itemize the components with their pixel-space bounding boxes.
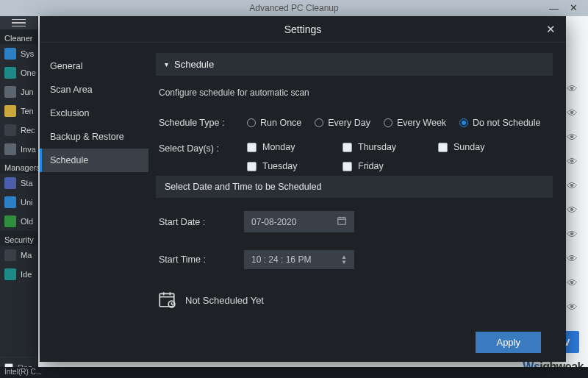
schedule-type-row: Schedule Type : Run Once Every Day Every…	[156, 113, 553, 133]
sidebar-item-old[interactable]: Old	[0, 212, 37, 231]
eye-icon[interactable]: 👁	[567, 252, 578, 265]
dialog-title: Settings	[284, 24, 322, 35]
day-thursday[interactable]: Thursday	[343, 142, 438, 152]
eye-icon[interactable]: 👁	[567, 82, 578, 95]
nav-item-backup-restore[interactable]: Backup & Restore	[40, 125, 148, 149]
eye-icon[interactable]: 👁	[567, 107, 578, 119]
dialog-header: Settings ✕	[40, 16, 566, 43]
start-time-field[interactable]: 10 : 24 : 16 PM ▲▼	[244, 250, 354, 269]
day-monday[interactable]: Monday	[247, 142, 343, 152]
radio-icon	[315, 118, 323, 127]
sidebar-category-security: Security	[0, 231, 37, 246]
eye-icon[interactable]: 👁	[567, 301, 578, 313]
status-bar: Intel(R) C...	[0, 367, 588, 378]
dialog-content: ▾ Schedule Configure schedule for automa…	[148, 43, 566, 362]
start-date-label: Start Date :	[159, 217, 232, 227]
checkbox-icon	[343, 162, 352, 171]
svg-rect-0	[338, 218, 346, 224]
minimize-icon[interactable]: —	[549, 3, 559, 14]
left-sidebar: Cleaner Sys One Jun Ten Rec Inva Manager…	[0, 16, 38, 378]
app-close-icon[interactable]: ✕	[570, 2, 578, 13]
schedule-type-label: Schedule Type :	[159, 118, 240, 128]
select-days-row: Select Day(s) : Monday Thursday Sunday T…	[156, 142, 553, 163]
identity-icon	[4, 268, 16, 280]
chevron-down-icon: ▾	[165, 60, 168, 68]
section-title: Schedule	[174, 59, 214, 70]
start-time-label: Start Time :	[159, 254, 232, 265]
app-title-bar: Advanced PC Cleanup — ✕	[0, 0, 588, 16]
app-title: Advanced PC Cleanup	[249, 3, 338, 13]
eye-icon[interactable]: 👁	[567, 179, 578, 192]
download-icon	[4, 215, 16, 227]
shield-icon	[4, 249, 16, 261]
dialog-nav: General Scan Area Exclusion Backup & Res…	[40, 43, 148, 362]
sidebar-item-ma[interactable]: Ma	[0, 246, 37, 265]
settings-dialog: Settings ✕ General Scan Area Exclusion B…	[40, 16, 566, 362]
eye-icon[interactable]: 👁	[567, 277, 578, 289]
checkbox-icon	[343, 143, 352, 152]
nav-item-scan-area[interactable]: Scan Area	[40, 78, 148, 101]
trash-icon	[4, 86, 16, 98]
sidebar-category-cleaner: Cleaner	[0, 29, 37, 44]
sidebar-item-jun[interactable]: Jun	[0, 82, 37, 101]
start-date-value: 07-08-2020	[251, 217, 296, 227]
nav-item-schedule[interactable]: Schedule	[40, 149, 148, 172]
eye-icon[interactable]: 👁	[567, 228, 578, 240]
radio-every-week[interactable]: Every Week	[384, 118, 446, 128]
visibility-column: 👁 👁 👁 👁 👁 👁 👁 👁 👁 👁	[567, 82, 578, 313]
radio-icon	[459, 118, 468, 127]
sidebar-item-ide[interactable]: Ide	[0, 265, 37, 284]
start-time-value: 10 : 24 : 16 PM	[251, 254, 311, 265]
checkbox-icon	[247, 162, 257, 171]
link-icon	[4, 143, 16, 155]
start-time-row: Start Time : 10 : 24 : 16 PM ▲▼	[156, 246, 553, 274]
recycle-icon	[4, 124, 16, 136]
start-date-field[interactable]: 07-08-2020	[244, 211, 354, 232]
radio-run-once[interactable]: Run Once	[247, 118, 301, 128]
sidebar-item-one[interactable]: One	[0, 63, 37, 82]
close-icon[interactable]: ✕	[546, 23, 556, 36]
eye-icon[interactable]: 👁	[567, 204, 578, 216]
monitor-icon	[4, 48, 16, 60]
apply-button[interactable]: Apply	[476, 332, 541, 353]
hamburger-icon[interactable]	[0, 16, 37, 29]
start-date-row: Start Date : 07-08-2020	[156, 207, 553, 237]
sidebar-item-rec[interactable]: Rec	[0, 121, 37, 140]
sidebar-item-sys[interactable]: Sys	[0, 44, 37, 63]
radio-icon	[384, 118, 392, 127]
sidebar-item-ten[interactable]: Ten	[0, 101, 37, 121]
globe-icon	[4, 67, 16, 79]
section-subtitle: Configure schedule for automatic scan	[156, 85, 553, 104]
calendar-icon[interactable]	[337, 215, 347, 228]
nav-item-exclusion[interactable]: Exclusion	[40, 101, 148, 125]
checkbox-icon	[438, 143, 448, 152]
radio-icon	[247, 118, 256, 127]
calendar-status-icon	[157, 290, 176, 311]
dialog-footer: Apply	[156, 327, 553, 362]
eye-icon[interactable]: 👁	[567, 131, 578, 143]
radio-do-not-schedule[interactable]: Do not Schedule	[459, 118, 540, 128]
schedule-type-group: Run Once Every Day Every Week Do not Sch…	[247, 118, 541, 128]
folder-icon	[4, 105, 16, 117]
eye-icon[interactable]: 👁	[567, 155, 578, 168]
schedule-status-text: Not Scheduled Yet	[185, 295, 264, 306]
day-friday[interactable]: Friday	[343, 161, 438, 171]
sidebar-item-sta[interactable]: Sta	[0, 174, 37, 193]
radio-every-day[interactable]: Every Day	[315, 118, 370, 128]
day-tuesday[interactable]: Tuesday	[247, 161, 343, 171]
day-sunday[interactable]: Sunday	[438, 142, 534, 152]
sidebar-item-uni[interactable]: Uni	[0, 193, 37, 212]
select-days-label: Select Day(s) :	[159, 142, 240, 154]
schedule-status-row: Not Scheduled Yet	[156, 282, 553, 318]
datetime-header: Select Date and Time to be Scheduled	[156, 176, 553, 198]
sidebar-category-managers: Managers	[0, 159, 37, 174]
sidebar-item-inva[interactable]: Inva	[0, 140, 37, 159]
uninstall-icon	[4, 196, 16, 208]
startup-icon	[4, 177, 16, 189]
checkbox-icon	[247, 143, 257, 152]
section-header-schedule[interactable]: ▾ Schedule	[156, 53, 553, 76]
nav-item-general[interactable]: General	[40, 54, 148, 78]
spinner-icon[interactable]: ▲▼	[341, 254, 347, 265]
